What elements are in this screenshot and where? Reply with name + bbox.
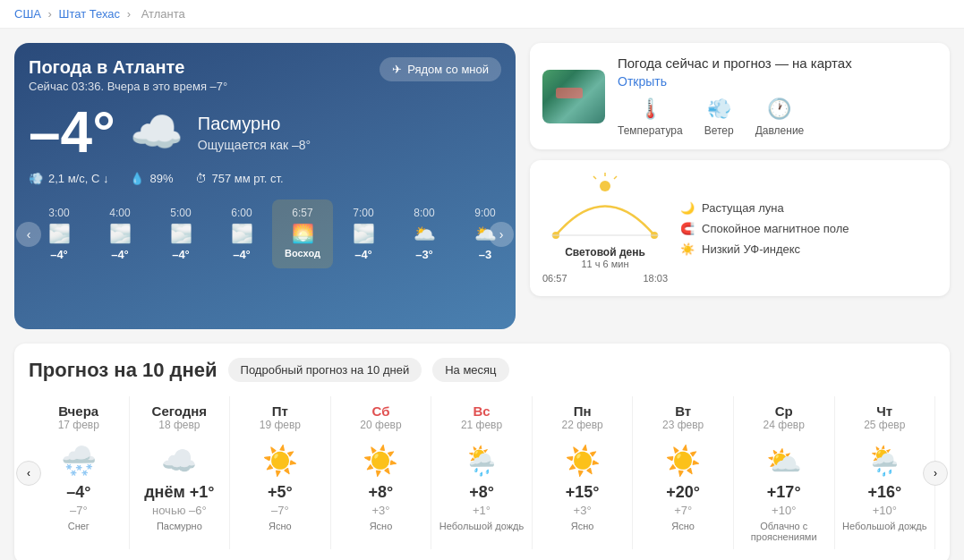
hourly-icon: 🌥️ xyxy=(414,223,436,244)
map-tab-label: Давление xyxy=(755,124,805,137)
hourly-scroll: 3:00 🌫️ –4° 4:00 🌫️ –4° 5:00 🌫️ –4° 6:00… xyxy=(29,199,501,268)
day-date: 23 февр xyxy=(662,419,704,431)
day-name: Вс xyxy=(473,403,490,419)
hourly-section: ‹ 3:00 🌫️ –4° 4:00 🌫️ –4° 5:00 🌫️ –4° xyxy=(29,199,501,268)
day-desc: Ясно xyxy=(671,521,695,531)
map-tab-wind[interactable]: 💨 Ветер xyxy=(704,98,734,137)
hourly-item: 4:00 🌫️ –4° xyxy=(90,199,150,268)
day-high: +8° xyxy=(469,483,494,502)
day-high: –4° xyxy=(66,483,90,502)
astro-facts: 🌙 Растущая луна 🧲 Спокойное магнитное по… xyxy=(680,173,849,284)
forecast-day-tue[interactable]: Вт 23 февр ☀️ +20° +7° Ясно xyxy=(633,396,734,549)
location-icon: ✈ xyxy=(392,63,402,76)
map-tab-pressure[interactable]: 🕐 Давление xyxy=(755,98,805,137)
forecast-days: ‹ Вчера 17 февр 🌨️ –4° –7° Снег Сегодня … xyxy=(29,396,935,549)
day-desc: Снег xyxy=(68,521,90,531)
day-date: 17 февр xyxy=(58,419,99,431)
card-header-info: Погода в Атланте Сейчас 03:36. Вчера в э… xyxy=(29,57,227,93)
pressure-icon: ⏱ xyxy=(195,172,207,185)
day-desc: Облачно с прояснениями xyxy=(738,521,831,542)
hourly-next-button[interactable]: › xyxy=(489,222,514,247)
map-tab-temperature[interactable]: 🌡️ Температура xyxy=(618,98,683,137)
hourly-item: 8:00 🌥️ –3° xyxy=(394,199,455,268)
wind-value: 2,1 м/с, С ↓ xyxy=(48,172,108,185)
sunny-icon: ☀️ xyxy=(665,444,701,478)
location-label: Рядом со мной xyxy=(407,63,489,76)
moon-label: Растущая луна xyxy=(702,201,784,215)
day-desc: Небольшой дождь xyxy=(842,521,926,531)
rain-icon: 🌦️ xyxy=(866,444,902,478)
forecast-day-wed[interactable]: Ср 24 февр ⛅ +17° +10° Облачно с проясне… xyxy=(734,396,835,549)
day-label-text: Световой день 11 ч 6 мин xyxy=(565,246,645,269)
forecast-day-thu[interactable]: Чт 25 февр 🌦️ +16° +10° Небольшой дождь xyxy=(835,396,936,549)
forecast-prev-button[interactable]: ‹ xyxy=(16,461,41,486)
breadcrumb-usa[interactable]: США xyxy=(14,7,41,21)
monthly-forecast-button[interactable]: На месяц xyxy=(432,358,508,382)
map-open-link[interactable]: Открыть xyxy=(618,74,937,89)
forecast-day-sat[interactable]: Сб 20 февр ☀️ +8° +3° Ясно xyxy=(331,396,432,549)
day-date: 24 февр xyxy=(764,419,805,431)
magnetic-label: Спокойное магнитное поле xyxy=(702,222,849,235)
hourly-icon: 🌫️ xyxy=(48,223,71,244)
detailed-forecast-button[interactable]: Подробный прогноз на 10 дней xyxy=(228,358,422,382)
card-subtitle: Сейчас 03:36. Вчера в это время –7° xyxy=(29,80,227,93)
astro-card: Световой день 11 ч 6 мин 06:57 18:03 🌙 Р… xyxy=(530,160,950,296)
forecast-title: Прогноз на 10 дней xyxy=(29,359,218,382)
humidity-icon: 💧 xyxy=(130,172,144,185)
day-date: 19 февр xyxy=(260,419,301,431)
sunset-time: 18:03 xyxy=(643,273,668,284)
cloudy-icon: ☁️ xyxy=(161,444,197,478)
day-date: 18 февр xyxy=(158,419,200,431)
uv-icon: ☀️ xyxy=(680,242,695,256)
pressure-stat: ⏱ 757 мм рт. ст. xyxy=(195,172,284,185)
pressure-value: 757 мм рт. ст. xyxy=(212,172,284,185)
day-low: +10° xyxy=(873,504,897,517)
forecast-day-fri[interactable]: Пт 19 февр ☀️ +5° –7° Ясно xyxy=(230,396,331,549)
day-high: +15° xyxy=(566,483,600,502)
hourly-prev-button[interactable]: ‹ xyxy=(16,222,41,247)
forecast-next-button[interactable]: › xyxy=(923,461,948,486)
day-low: +7° xyxy=(674,504,692,517)
card-title: Погода в Атланте xyxy=(29,57,227,78)
day-desc: Ясно xyxy=(269,521,292,531)
hourly-icon: 🌫️ xyxy=(109,223,132,244)
day-name: Сб xyxy=(372,403,390,419)
forecast-day-mon[interactable]: Пн 22 февр ☀️ +15° +3° Ясно xyxy=(533,396,634,549)
breadcrumb-current: Атланта xyxy=(141,7,185,21)
day-date: 22 февр xyxy=(561,419,602,431)
weather-card: Погода в Атланте Сейчас 03:36. Вчера в э… xyxy=(14,43,516,329)
temperature-main: –4° xyxy=(29,104,115,161)
wind-map-icon: 💨 xyxy=(707,98,731,121)
forecast-day-yesterday[interactable]: Вчера 17 февр 🌨️ –4° –7° Снег xyxy=(29,396,130,549)
forecast-header: Прогноз на 10 дней Подробный прогноз на … xyxy=(29,358,935,382)
humidity-value: 89% xyxy=(149,172,173,185)
forecast-day-today[interactable]: Сегодня 18 февр ☁️ днём +1° ночью –6° Па… xyxy=(130,396,231,549)
day-name: Чт xyxy=(876,403,892,419)
sun-times: 06:57 18:03 xyxy=(542,273,668,284)
hourly-sunrise: 6:57 🌅 Восход xyxy=(272,199,333,268)
forecast-section: Прогноз на 10 дней Подробный прогноз на … xyxy=(14,344,950,560)
weather-description-group: Пасмурно Ощущается как –8° xyxy=(198,114,311,152)
sunrise-icon: 🌅 xyxy=(292,223,314,244)
day-low: –7° xyxy=(271,504,289,517)
day-high: +17° xyxy=(767,483,801,502)
map-thumbnail xyxy=(542,70,605,123)
uv-label: Низкий УФ-индекс xyxy=(702,242,800,256)
breadcrumb-texas[interactable]: Штат Техас xyxy=(59,7,120,21)
day-name: Пн xyxy=(574,403,592,419)
moon-fact: 🌙 Растущая луна xyxy=(680,201,849,215)
day-date: 25 февр xyxy=(864,419,905,431)
forecast-day-sun[interactable]: Вс 21 февр 🌦️ +8° +1° Небольшой дождь xyxy=(431,396,533,549)
day-date: 21 февр xyxy=(461,419,502,431)
day-low: +3° xyxy=(371,504,389,517)
day-date: 20 февр xyxy=(360,419,401,431)
snow-icon: 🌨️ xyxy=(61,444,97,478)
day-desc: Ясно xyxy=(370,521,393,531)
location-button[interactable]: ✈ Рядом со мной xyxy=(380,57,501,81)
right-panel: Погода сейчас и прогноз — на картах Откр… xyxy=(530,43,950,329)
day-low: –7° xyxy=(70,504,88,517)
svg-line-3 xyxy=(614,176,617,179)
day-low: +10° xyxy=(772,504,796,517)
humidity-stat: 💧 89% xyxy=(130,172,173,185)
day-low: ночью –6° xyxy=(152,504,207,517)
